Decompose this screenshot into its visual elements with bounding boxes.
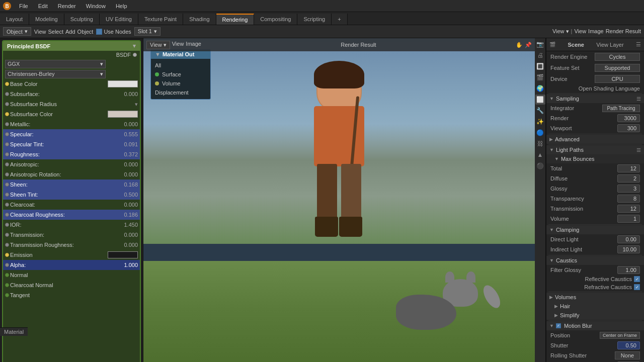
select-menu[interactable]: Select: [48, 29, 63, 35]
volumes-section-header[interactable]: ▶ Volumes: [546, 293, 644, 302]
direct-light-field[interactable]: 0.00: [617, 235, 640, 243]
advanced-section-header[interactable]: ▶ Advanced: [546, 135, 644, 144]
clamping-section-header[interactable]: ▼ Clamping: [546, 225, 644, 234]
view-menu2[interactable]: View ▾: [552, 28, 569, 35]
mode-selector[interactable]: Object▾: [3, 27, 31, 36]
motion-blur-section-header[interactable]: ▼ ✓ Motion Blur: [546, 321, 644, 330]
tab-scripting[interactable]: Scripting: [297, 14, 332, 25]
feature-set-dropdown[interactable]: Supported: [595, 64, 640, 72]
indirect-light-field[interactable]: 10.00: [617, 245, 640, 253]
tab-modeling[interactable]: Modeling: [29, 14, 64, 25]
prop-icon-render[interactable]: 📷: [535, 39, 545, 49]
rolling-shutter-dropdown[interactable]: None: [615, 351, 640, 359]
menu-window[interactable]: Window: [83, 2, 109, 10]
add-menu[interactable]: Add: [65, 29, 75, 35]
shutter-field[interactable]: 0.50: [617, 341, 640, 349]
tab-add[interactable]: +: [332, 14, 347, 25]
use-nodes-toggle[interactable]: Use Nodes: [96, 29, 131, 35]
slot-selector[interactable]: Slot 1▾: [134, 27, 160, 36]
transparency-bounces-row: Transparency 8: [546, 194, 644, 204]
tab-shading[interactable]: Shading: [183, 14, 216, 25]
tab-texture-paint[interactable]: Texture Paint: [138, 14, 183, 25]
prop-icon-view-layer[interactable]: 🔳: [535, 61, 545, 71]
subsurface-color-box[interactable]: [108, 111, 138, 118]
tab-rendering[interactable]: Rendering: [216, 14, 255, 25]
character: [284, 66, 394, 267]
menu-edit[interactable]: Edit: [35, 2, 51, 10]
bsdf-output-row: BSDF: [3, 51, 140, 59]
light-paths-options-icon[interactable]: ☰: [636, 147, 641, 153]
viewport-icon-pin[interactable]: 📌: [525, 42, 532, 48]
tab-compositing[interactable]: Compositing: [254, 14, 297, 25]
image-menu[interactable]: Image: [588, 28, 604, 35]
panel-options-icon[interactable]: ☰: [636, 41, 641, 48]
prop-icon-material[interactable]: ⚫: [535, 161, 545, 171]
socket-dot-clearcoat-roughness: [5, 213, 9, 217]
base-color-box[interactable]: [108, 80, 138, 87]
caustics-section-header[interactable]: ▼ Caustics: [546, 256, 644, 265]
distribution-dropdown[interactable]: GGX▾: [5, 60, 106, 68]
device-dropdown[interactable]: CPU: [595, 75, 640, 83]
subsurface-method-row[interactable]: Christensen-Burley▾: [3, 69, 140, 79]
prop-icon-scene[interactable]: 🎬: [535, 72, 545, 82]
scene-icon: 🎬: [549, 42, 555, 47]
render-engine-dropdown[interactable]: Cycles: [595, 53, 640, 61]
light-paths-section-header[interactable]: ▼ Light Paths ☰: [546, 145, 644, 154]
emission-color-box[interactable]: [108, 251, 138, 258]
prop-icon-output[interactable]: 🖨: [535, 50, 545, 60]
node-collapse-arrow[interactable]: ▾: [133, 43, 136, 49]
view-menu3[interactable]: View: [574, 28, 586, 35]
socket-row-sheen-tint: Sheen Tint: 0.500: [3, 190, 140, 200]
sampling-section-header[interactable]: ▼ Sampling ☰: [546, 94, 644, 103]
total-bounces-field[interactable]: 12: [617, 164, 640, 172]
tab-sculpting[interactable]: Sculpting: [64, 14, 100, 25]
diffuse-bounces-field[interactable]: 2: [617, 174, 640, 183]
sampling-options-icon[interactable]: ☰: [636, 96, 641, 102]
use-nodes-checkbox[interactable]: [96, 29, 102, 35]
distribution-row[interactable]: GGX▾: [3, 59, 140, 69]
prop-icon-particles[interactable]: ✨: [535, 117, 545, 127]
refractive-caustics-checkbox[interactable]: ✓: [634, 284, 640, 290]
render-samples-field[interactable]: 3000: [617, 114, 640, 122]
prop-icon-object[interactable]: ⬜: [535, 95, 545, 105]
viewport-samples-field[interactable]: 300: [617, 124, 640, 132]
image-btn[interactable]: Image: [186, 41, 201, 49]
tab-layout[interactable]: Layout: [0, 14, 29, 25]
simplify-section-header[interactable]: ▶ Simplify: [546, 311, 644, 320]
socket-row-specular: Specular: 0.555: [3, 129, 140, 139]
prop-icon-object-data[interactable]: ▲: [535, 150, 545, 160]
menu-help[interactable]: Help: [113, 2, 130, 10]
transparency-bounces-field[interactable]: 8: [617, 195, 640, 203]
motion-blur-checkbox[interactable]: ✓: [556, 323, 561, 328]
max-bounces-header[interactable]: ▼ Max Bounces: [546, 154, 644, 163]
object-menu[interactable]: Object: [77, 29, 94, 35]
subsurface-method-dropdown[interactable]: Christensen-Burley▾: [5, 70, 106, 78]
prop-icon-modifier[interactable]: 🔧: [535, 106, 545, 116]
position-dropdown[interactable]: Center on Frame: [600, 332, 640, 339]
socket-row-metallic: Metallic: 0.000: [3, 119, 140, 129]
volume-bounces-field[interactable]: 1: [617, 215, 640, 223]
divider-5: [548, 255, 642, 255]
menu-render[interactable]: Render: [55, 2, 79, 10]
filter-glossy-field[interactable]: 1.00: [617, 266, 640, 274]
socket-row-specular-tint: Specular Tint: 0.091: [3, 139, 140, 149]
reflective-caustics-checkbox[interactable]: ✓: [634, 276, 640, 282]
transmission-bounces-field[interactable]: 12: [617, 205, 640, 213]
menu-file[interactable]: File: [16, 2, 31, 10]
viewport-icon-hand[interactable]: ✋: [516, 42, 523, 48]
prop-icon-constraints[interactable]: ⛓: [535, 139, 545, 149]
view-btn2[interactable]: View: [172, 41, 184, 49]
socket-row-clearcoat-normal: Clearcoat Normal: [3, 280, 140, 290]
view-select-btn[interactable]: View ▾: [146, 41, 170, 49]
divider-4: [548, 224, 642, 225]
integrator-dropdown[interactable]: Path Tracing: [602, 105, 640, 112]
transmission-bounces-row: Transmission 12: [546, 204, 644, 214]
glossy-bounces-field[interactable]: 3: [617, 185, 640, 193]
tab-uv-editing[interactable]: UV Editing: [100, 14, 138, 25]
material-tab[interactable]: Material: [0, 327, 28, 336]
view-menu[interactable]: View: [34, 29, 46, 35]
hair-section-header[interactable]: ▶ Hair: [546, 302, 644, 311]
prop-icon-world[interactable]: 🌍: [535, 83, 545, 94]
prop-icon-physics[interactable]: 🔵: [535, 128, 545, 138]
header-items: View Select Add Object: [34, 29, 94, 35]
